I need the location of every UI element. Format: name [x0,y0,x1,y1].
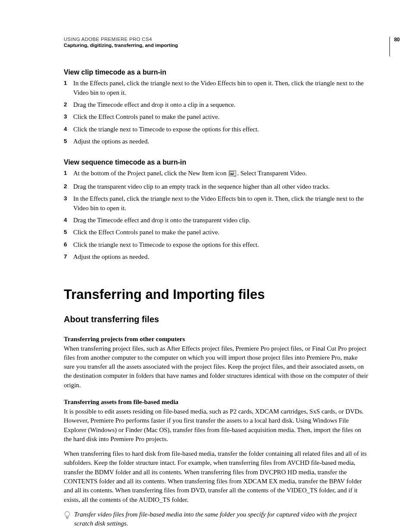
list-item: Adjust the options as needed. [64,137,369,146]
lightbulb-icon [64,511,71,522]
list-item: Click the triangle next to Timecode to e… [64,125,369,134]
paragraph-heading: Transferring projects from other compute… [64,336,369,343]
subheading-view-clip-timecode: View clip timecode as a burn-in [64,68,369,76]
header-product: USING ADOBE PREMIERE PRO CS4 [64,37,369,42]
page-number: 80 [389,37,400,56]
document-page: USING ADOBE PREMIERE PRO CS4 Capturing, … [0,0,411,532]
list-item: At the bottom of the Project panel, clic… [64,169,369,180]
steps-list-sequence-timecode: At the bottom of the Project panel, clic… [64,169,369,262]
list-item: Drag the transparent video clip to an em… [64,182,369,192]
steps-list-clip-timecode: In the Effects panel, click the triangle… [64,79,369,146]
list-item: Adjust the options as needed. [64,252,369,262]
header-chapter: Capturing, digitizing, transferring, and… [64,43,369,48]
step-text-a: At the bottom of the Project panel, clic… [73,170,228,177]
topic-heading: About transferring files [64,314,369,324]
step-text-b: . Select Transparent Video. [237,170,307,177]
list-item: Drag the Timecode effect and drop it ont… [64,216,369,225]
list-item: Click the triangle next to Timecode to e… [64,240,369,250]
svg-point-2 [65,511,70,516]
chapter-heading: Transferring and Importing files [64,287,369,302]
list-item: Drag the Timecode effect and drop it ont… [64,100,369,110]
subheading-view-sequence-timecode: View sequence timecode as a burn-in [64,159,369,166]
page-header: USING ADOBE PREMIERE PRO CS4 Capturing, … [64,37,369,48]
list-item: Click the Effect Controls panel to make … [64,112,369,122]
body-paragraph: When transferring project files, such as… [64,344,369,390]
body-paragraph: When transferring files to hard disk fro… [64,449,369,504]
body-paragraph: It is possible to edit assets residing o… [64,407,369,444]
paragraph-heading: Transferring assets from file-based medi… [64,398,369,406]
tip-text: Transfer video files from file-based med… [74,510,369,528]
list-item: Click the Effect Controls panel to make … [64,228,369,237]
list-item: In the Effects panel, click the triangle… [64,194,369,213]
new-item-icon [229,170,236,180]
list-item: In the Effects panel, click the triangle… [64,79,369,98]
tip-block: Transfer video files from file-based med… [64,510,369,528]
